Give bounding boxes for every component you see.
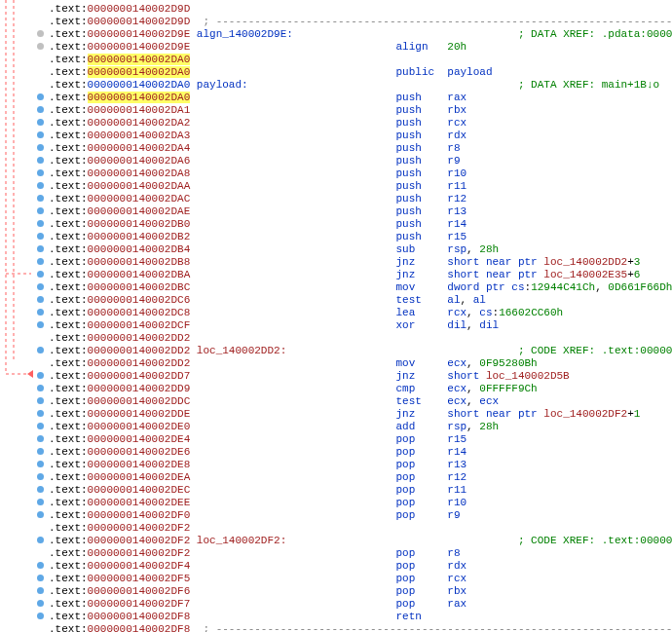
disasm-line[interactable]: .text:0000000140002DA0 public payload <box>0 65 672 78</box>
xref-comment[interactable]: ; DATA XREF: main+1B↓o <box>518 79 659 91</box>
address[interactable]: 0000000140002DA0 <box>88 79 191 91</box>
address[interactable]: 0000000140002DB8 <box>88 256 191 268</box>
disasm-line[interactable]: .text:0000000140002DF8 ; ---------------… <box>0 622 672 632</box>
disasm-line[interactable]: .text:0000000140002DB4 sub rsp, 28h <box>0 242 672 255</box>
disasm-line[interactable]: .text:0000000140002DDC test ecx, ecx <box>0 394 672 407</box>
disasm-line[interactable]: .text:0000000140002DAE push r13 <box>0 204 672 217</box>
breakpoint-dot[interactable] <box>37 397 44 404</box>
breakpoint-dot[interactable] <box>37 499 44 505</box>
disasm-line[interactable]: .text:0000000140002DD2 <box>0 331 672 344</box>
address[interactable]: 0000000140002DBC <box>88 281 191 293</box>
disasm-line[interactable]: .text:0000000140002DA4 push r8 <box>0 141 672 154</box>
breakpoint-dot[interactable] <box>37 385 44 391</box>
breakpoint-dot[interactable] <box>37 600 44 607</box>
disasm-line[interactable]: .text:0000000140002DF2 pop r8 <box>0 546 672 559</box>
disasm-line[interactable]: .text:0000000140002DA0 push rax <box>0 91 672 103</box>
breakpoint-dot[interactable] <box>37 182 44 189</box>
xref-comment[interactable]: ; CODE XREF: .text:0000000140002DDE↑j <box>518 535 672 546</box>
operand[interactable]: short <box>447 370 486 382</box>
breakpoint-dot[interactable] <box>37 448 44 455</box>
address[interactable]: 0000000140002DD2 <box>88 357 191 369</box>
address[interactable]: 0000000140002DDC <box>88 395 191 407</box>
address[interactable]: 0000000140002D9D <box>88 3 191 15</box>
breakpoint-dot[interactable] <box>37 258 44 265</box>
operand[interactable]: loc_140002D5B <box>486 370 570 382</box>
address[interactable]: 0000000140002DA0 <box>88 92 191 103</box>
address[interactable]: 0000000140002DF5 <box>88 573 191 584</box>
breakpoint-dot[interactable] <box>37 271 44 278</box>
breakpoint-dot[interactable] <box>37 486 44 493</box>
breakpoint-dot[interactable] <box>37 296 44 303</box>
address[interactable]: 0000000140002DF2 <box>88 522 191 534</box>
address[interactable]: 0000000140002DDE <box>88 408 191 420</box>
address[interactable]: 0000000140002DA8 <box>88 167 191 179</box>
disasm-line[interactable]: .text:0000000140002DB0 push r14 <box>0 217 672 230</box>
operand[interactable]: payload <box>447 66 492 78</box>
disasm-line[interactable]: .text:0000000140002DE4 pop r15 <box>0 432 672 445</box>
address[interactable]: 0000000140002DE6 <box>88 446 191 458</box>
disasm-line[interactable]: .text:0000000140002D9E align 20h <box>0 40 672 53</box>
breakpoint-dot[interactable] <box>37 169 44 176</box>
disasm-line[interactable]: .text:0000000140002DA0 payload: ; DATA X… <box>0 78 672 91</box>
disasm-line[interactable]: .text:0000000140002DF2 loc_140002DF2: ; … <box>0 534 672 546</box>
address[interactable]: 0000000140002DC6 <box>88 294 191 306</box>
breakpoint-dot[interactable] <box>37 220 44 227</box>
address[interactable]: 0000000140002DD2 <box>88 332 191 344</box>
breakpoint-dot[interactable] <box>37 144 44 151</box>
address[interactable]: 0000000140002D9E <box>88 28 191 40</box>
address[interactable]: 0000000140002DBA <box>88 269 191 280</box>
disasm-line[interactable]: .text:0000000140002D9D <box>0 2 672 15</box>
address[interactable]: 0000000140002DF2 <box>88 535 191 546</box>
disasm-line[interactable]: .text:0000000140002DD2 loc_140002DD2: ; … <box>0 344 672 356</box>
breakpoint-dot[interactable] <box>37 347 44 353</box>
xref-comment[interactable]: ; DATA XREF: .pdata:0000000140007C04↓o <box>518 28 672 40</box>
address[interactable]: 0000000140002DEE <box>88 497 191 508</box>
code-label[interactable]: payload: <box>197 79 248 91</box>
address[interactable]: 0000000140002DE0 <box>88 421 191 432</box>
operand[interactable]: short near ptr <box>447 256 543 268</box>
breakpoint-dot[interactable] <box>37 106 44 113</box>
disasm-line[interactable]: .text:0000000140002D9D ; ---------------… <box>0 15 672 27</box>
breakpoint-dot[interactable] <box>37 309 44 316</box>
address[interactable]: 0000000140002DF4 <box>88 560 191 572</box>
breakpoint-dot[interactable] <box>37 207 44 214</box>
disasm-line[interactable]: .text:0000000140002D9E algn_140002D9E: ;… <box>0 27 672 40</box>
disasm-line[interactable]: .text:0000000140002DEC pop r11 <box>0 483 672 496</box>
breakpoint-dot[interactable] <box>37 195 44 202</box>
breakpoint-dot[interactable] <box>37 372 44 379</box>
operand[interactable]: short near ptr <box>447 269 543 280</box>
breakpoint-dot[interactable] <box>37 410 44 417</box>
address[interactable]: 0000000140002DA0 <box>88 66 191 78</box>
address[interactable]: 0000000140002DA1 <box>88 104 191 116</box>
disasm-line[interactable]: .text:0000000140002DE6 pop r14 <box>0 445 672 458</box>
disasm-line[interactable]: .text:0000000140002DD9 cmp ecx, 0FFFFF9C… <box>0 382 672 394</box>
operand[interactable]: loc_140002DF2 <box>543 408 627 420</box>
breakpoint-dot[interactable] <box>37 157 44 164</box>
disasm-line[interactable]: .text:0000000140002DE0 add rsp, 28h <box>0 420 672 432</box>
disasm-line[interactable]: .text:0000000140002DA0 <box>0 53 672 65</box>
breakpoint-dot[interactable] <box>37 283 44 290</box>
disasm-line[interactable]: .text:0000000140002DA8 push r10 <box>0 167 672 179</box>
disasm-line[interactable]: .text:0000000140002DC8 lea rcx, cs:16602… <box>0 306 672 318</box>
disasm-line[interactable]: .text:0000000140002DF4 pop rdx <box>0 559 672 572</box>
disasm-line[interactable]: .text:0000000140002DF7 pop rax <box>0 597 672 610</box>
address[interactable]: 0000000140002DD7 <box>88 370 191 382</box>
breakpoint-dot[interactable] <box>37 245 44 252</box>
address[interactable]: 0000000140002DF0 <box>88 509 191 521</box>
disasm-line[interactable]: .text:0000000140002DEE pop r10 <box>0 496 672 508</box>
breakpoint-dot[interactable] <box>37 575 44 581</box>
disasm-line[interactable]: .text:0000000140002DD7 jnz short loc_140… <box>0 369 672 382</box>
disasm-line[interactable]: .text:0000000140002DA2 push rcx <box>0 116 672 129</box>
code-label[interactable]: loc_140002DF2: <box>197 535 286 546</box>
breakpoint-dot[interactable] <box>37 435 44 442</box>
disasm-line[interactable]: .text:0000000140002DA1 push rbx <box>0 103 672 116</box>
address[interactable]: 0000000140002DA6 <box>88 155 191 167</box>
disasm-line[interactable]: .text:0000000140002DAA push r11 <box>0 179 672 192</box>
address[interactable]: 0000000140002D9E <box>88 41 191 53</box>
breakpoint-dot[interactable] <box>37 233 44 240</box>
address[interactable]: 0000000140002DB0 <box>88 218 191 230</box>
address[interactable]: 0000000140002DB2 <box>88 231 191 242</box>
address[interactable]: 0000000140002DEC <box>88 484 191 496</box>
disassembly-view[interactable]: .text:0000000140002D9D .text:00000001400… <box>0 0 672 632</box>
operand[interactable]: loc_140002E35 <box>543 269 627 280</box>
